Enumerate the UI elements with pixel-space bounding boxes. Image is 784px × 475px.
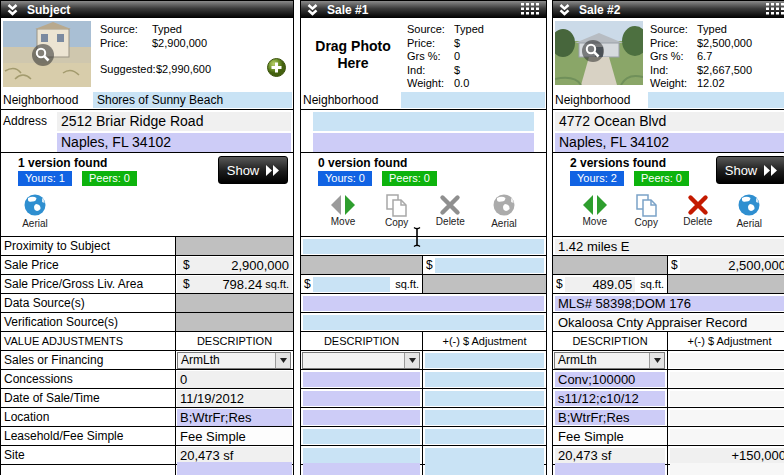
date-adj-field[interactable] [425,391,544,406]
leasehold-adj-field[interactable] [425,429,544,444]
location-adj-field[interactable] [425,410,544,425]
collapse-chevron-icon[interactable] [306,4,319,16]
sale-price-field[interactable]: $ 2,900,000 [177,257,292,274]
concessions-adj-field[interactable] [425,372,544,387]
move-button[interactable]: Move [317,194,369,236]
collapse-chevron-icon[interactable] [558,4,571,16]
sale2-panel-header[interactable]: Sale #2 [553,1,784,18]
sales-financing-dropdown[interactable] [302,352,420,369]
location-adj-field[interactable] [670,410,784,425]
partial-field[interactable] [303,463,420,475]
proximity-field[interactable]: 1.42 miles E [555,239,784,254]
concessions-adj-field[interactable] [670,372,784,387]
currency-symbol: $ [553,277,563,291]
data-source-field[interactable]: MLS# 58398;DOM 176 [555,296,784,311]
yours-badge[interactable]: Yours: 2 [570,171,624,186]
gla-desc-cell [553,256,668,274]
site-adj-field[interactable]: +150,000 [670,448,784,463]
move-button[interactable]: Move [569,194,621,236]
neighborhood-field[interactable] [401,92,545,108]
source-value: Typed [152,23,182,37]
location-field[interactable] [303,410,420,425]
sale2-property-photo[interactable] [555,21,643,91]
concessions-field[interactable] [303,372,420,387]
partial-field[interactable] [555,463,665,475]
verification-field[interactable] [303,315,544,330]
peers-badge[interactable]: Peers: 0 [82,171,137,186]
sales-financing-dropdown[interactable]: ArmLth [554,352,665,369]
concessions-field[interactable]: 0 [177,371,292,388]
aerial-button[interactable]: Aerial [724,194,776,236]
proximity-field[interactable] [303,239,544,254]
site-field[interactable] [303,448,420,463]
copy-button[interactable]: Copy [621,194,673,236]
verification-field[interactable]: Okaloosa Cnty Appraiser Record [555,315,784,330]
neighborhood-field[interactable] [648,92,784,108]
data-source-field[interactable] [303,296,544,311]
yours-badge[interactable]: Yours: 1 [18,171,72,186]
subject-panel-header[interactable]: Subject [1,1,293,18]
location-field[interactable]: B;WtrFr;Res [555,410,665,425]
aerial-button[interactable]: Aerial [478,194,530,236]
description-header: DESCRIPTION [553,332,668,350]
date-of-sale-field[interactable]: s11/12;c10/12 [555,391,665,406]
dropdown-arrow-icon[interactable] [404,353,419,368]
date-adj-field[interactable] [670,391,784,406]
dropdown-arrow-icon[interactable] [649,353,664,368]
add-photo-button[interactable] [267,58,286,81]
drag-photo-target[interactable]: Drag Photo Here [301,18,405,91]
show-versions-button[interactable]: Show [716,156,784,184]
row-label: Sales or Financing [1,351,176,369]
subject-property-photo[interactable] [3,21,91,91]
magnifier-icon[interactable] [31,43,55,71]
dropdown-arrow-icon[interactable] [275,353,290,368]
leasehold-field[interactable]: Fee Simple [555,429,665,444]
sales-financing-adj-field[interactable] [425,353,544,368]
peers-badge[interactable]: Peers: 0 [634,171,689,186]
address-line2-field[interactable]: Naples, FL 34102 [555,133,784,152]
date-of-sale-field[interactable] [303,391,420,406]
leasehold-adj-field[interactable] [670,429,784,444]
address-line1-field[interactable] [313,112,534,131]
neighborhood-field[interactable]: Shores of Sunny Beach [93,92,292,108]
delete-button[interactable]: Delete [424,194,476,236]
show-versions-button[interactable]: Show [218,156,288,184]
sale-price-field[interactable]: 2,500,000 [680,258,784,273]
location-field[interactable]: B;WtrFr;Res [177,409,292,426]
address-line2-field[interactable]: Naples, FL 34102 [57,133,291,152]
leasehold-field[interactable] [303,429,420,444]
yours-badge[interactable]: Yours: 0 [318,171,372,186]
row-label: Data Source(s) [1,294,176,312]
concessions-field[interactable]: Conv;100000 [555,372,665,387]
date-of-sale-field[interactable]: 11/19/2012 [177,390,292,407]
partial-adj-field[interactable] [670,463,784,475]
partial-adj-field[interactable] [425,463,544,475]
sales-financing-adj-field[interactable] [670,353,784,368]
magnifier-icon[interactable] [581,39,605,67]
site-field[interactable]: 20,473 sf [555,448,665,463]
gla-field[interactable]: $ 798.24 sq.ft. [177,276,292,293]
price-label: Price: [650,37,697,51]
leasehold-field[interactable]: Fee Simple [177,428,292,445]
collapse-chevron-icon[interactable] [6,4,19,16]
address-line1-field[interactable]: 4772 Ocean Blvd [555,112,784,131]
gla-field[interactable]: 489.05 [565,277,635,292]
sales-financing-dropdown[interactable]: ArmLth [177,352,291,369]
address-line2-field[interactable] [313,133,534,152]
sale-price-field[interactable] [435,258,544,273]
row-concessions: Concessions 0 [1,370,293,389]
panel-title: Subject [27,3,70,17]
peers-badge[interactable]: Peers: 0 [382,171,437,186]
aerial-button[interactable]: Aerial [9,194,61,236]
gla-field[interactable] [313,277,390,292]
address-line1-field[interactable]: 2512 Briar Ridge Road [57,112,291,131]
column-sale2: Sale #2 [552,0,784,475]
drag-handle-icon[interactable] [766,1,784,19]
site-adj-field[interactable] [425,448,544,463]
delete-button[interactable]: Delete [672,194,724,236]
move-label: Move [583,216,607,227]
drag-handle-icon[interactable] [521,1,541,19]
neighborhood-label: Neighborhood [1,93,93,107]
sale1-panel-header[interactable]: Sale #1 [301,1,546,18]
partial-field[interactable] [177,462,292,475]
